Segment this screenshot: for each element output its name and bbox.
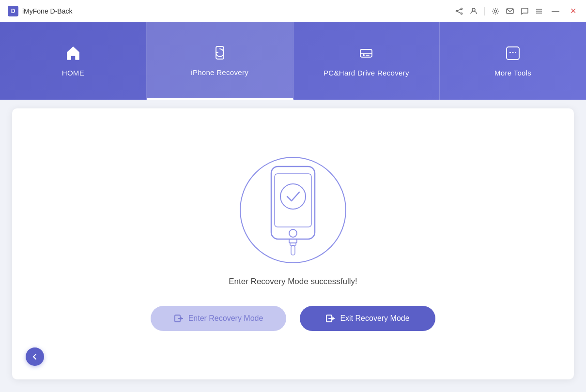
svg-point-1	[456, 10, 458, 12]
svg-point-22	[280, 184, 306, 209]
title-divider	[484, 7, 485, 15]
nav-label-pc-harddrive: PC&Hard Drive Recovery	[324, 69, 409, 77]
svg-rect-19	[515, 52, 516, 53]
title-bar: D iMyFone D-Back	[0, 0, 586, 22]
nav-item-pc-harddrive[interactable]: PC&Hard Drive Recovery	[293, 22, 440, 100]
enter-recovery-mode-button[interactable]: Enter Recovery Mode	[151, 306, 286, 331]
svg-rect-21	[275, 174, 311, 227]
back-button[interactable]	[26, 347, 44, 366]
share-icon[interactable]	[455, 7, 463, 15]
svg-rect-17	[509, 52, 511, 53]
exit-recovery-mode-button[interactable]: Exit Recovery Mode	[300, 306, 435, 331]
title-bar-right: — ✕	[455, 5, 578, 16]
minimize-button[interactable]: —	[550, 6, 561, 16]
mail-icon[interactable]	[506, 7, 514, 15]
svg-line-4	[457, 11, 461, 13]
svg-rect-26	[291, 245, 295, 255]
svg-rect-18	[512, 52, 514, 53]
nav-label-home: HOME	[62, 69, 84, 77]
app-title: iMyFone D-Back	[22, 7, 72, 15]
svg-point-6	[494, 10, 497, 12]
phone-circle	[240, 157, 346, 263]
title-bar-left: D iMyFone D-Back	[8, 6, 72, 16]
nav-item-home[interactable]: HOME	[0, 22, 147, 100]
nav-label-more-tools: More Tools	[494, 69, 531, 77]
nav-label-iphone-recovery: iPhone Recovery	[191, 68, 248, 76]
chat-icon[interactable]	[521, 7, 528, 15]
settings-icon[interactable]	[492, 7, 499, 15]
more-icon	[505, 45, 521, 64]
svg-point-23	[289, 229, 297, 237]
svg-point-5	[472, 8, 475, 11]
app-logo: D	[8, 6, 18, 16]
back-arrow-icon	[31, 353, 39, 361]
svg-line-3	[457, 9, 461, 10]
user-icon[interactable]	[470, 7, 478, 15]
nav-bar: HOME iPhone Recovery PC&Hard Drive Recov…	[0, 22, 586, 100]
nav-item-iphone-recovery[interactable]: iPhone Recovery	[147, 22, 293, 100]
phone-svg	[249, 162, 337, 258]
refresh-icon	[212, 45, 228, 63]
svg-rect-20	[271, 166, 315, 239]
harddrive-icon	[358, 45, 374, 64]
enter-icon	[174, 314, 184, 323]
buttons-row: Enter Recovery Mode Exit Recovery Mode	[151, 306, 435, 331]
main-panel: Enter Recovery Mode successfully! Enter …	[12, 108, 574, 379]
close-button[interactable]: ✕	[568, 5, 578, 16]
exit-icon	[325, 314, 335, 323]
svg-point-0	[461, 8, 463, 9]
svg-point-2	[461, 13, 463, 14]
svg-point-13	[363, 54, 365, 56]
content-area: Enter Recovery Mode successfully! Enter …	[0, 108, 586, 379]
status-text: Enter Recovery Mode successfully!	[229, 277, 357, 286]
nav-item-more-tools[interactable]: More Tools	[440, 22, 586, 100]
home-icon	[65, 45, 81, 64]
illustration	[240, 157, 346, 263]
menu-icon[interactable]	[535, 7, 543, 15]
